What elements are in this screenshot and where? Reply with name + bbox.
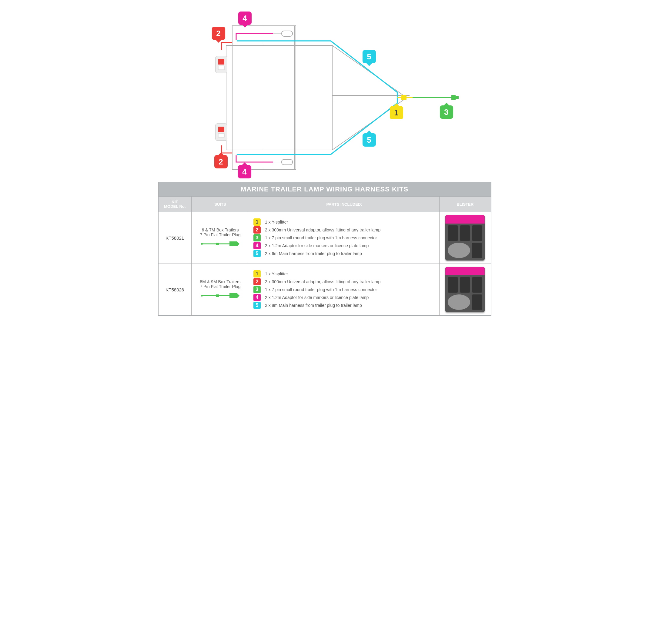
suits-cell: 8M & 9M Box Trailers7 Pin Flat Trailer P…	[191, 264, 249, 316]
part-text: 1 x Y-splitter	[265, 220, 288, 225]
blister-cell	[439, 212, 491, 264]
suits-cell: 6 & 7M Box Trailers7 Pin Flat Trailer Pl…	[191, 212, 249, 264]
part-text: 1 x 7 pin small round trailer plug with …	[265, 287, 377, 292]
part-text: 1 x Y-splitter	[265, 271, 288, 276]
table-row: KT580268M & 9M Box Trailers7 Pin Flat Tr…	[158, 264, 491, 316]
blister-pack-image	[445, 215, 485, 261]
svg-rect-1	[226, 45, 332, 150]
svg-point-28	[201, 295, 203, 296]
part-line: 22 x 300mm Universal adaptor, allows fit…	[253, 278, 435, 285]
part-text: 2 x 1.2m Adaptor for side markers or lic…	[265, 243, 369, 248]
callout-2-top: 2	[212, 27, 225, 40]
table-title: MARINE TRAILER LAMP WIRING HARNESS KITS	[158, 182, 491, 197]
svg-rect-13	[401, 95, 406, 100]
part-line: 52 x 6m Main harness from trailer plug t…	[253, 250, 435, 257]
plug-icon	[201, 292, 240, 299]
part-text: 1 x 7 pin small round trailer plug with …	[265, 235, 377, 240]
part-text: 2 x 1.2m Adaptor for side markers or lic…	[265, 295, 369, 300]
svg-marker-26	[229, 241, 240, 246]
part-badge: 4	[253, 294, 261, 301]
callout-2-bottom: 2	[214, 155, 228, 169]
part-badge: 1	[253, 270, 261, 277]
part-line: 31 x 7 pin small round trailer plug with…	[253, 286, 435, 293]
part-text: 2 x 6m Main harness from trailer plug to…	[265, 251, 362, 256]
callout-1: 1	[390, 106, 403, 119]
parts-cell: 11 x Y-splitter22 x 300mm Universal adap…	[249, 212, 439, 264]
col-blister: BLISTER	[439, 197, 491, 212]
col-parts: PARTS INCLUDED:	[249, 197, 439, 212]
plug-icon	[201, 240, 240, 247]
svg-rect-29	[216, 294, 219, 297]
callout-3: 3	[440, 105, 453, 119]
part-line: 52 x 8m Main harness from trailer plug t…	[253, 302, 435, 309]
callout-5-bottom: 5	[362, 133, 376, 147]
part-line: 42 x 1.2m Adaptor for side markers or li…	[253, 242, 435, 249]
parts-cell: 11 x Y-splitter22 x 300mm Universal adap…	[249, 264, 439, 316]
callout-4-top: 4	[238, 11, 252, 25]
callout-4-bottom: 4	[238, 165, 251, 178]
part-text: 2 x 8m Main harness from trailer plug to…	[265, 303, 362, 308]
suits-line1: 6 & 7M Box Trailers	[196, 228, 245, 232]
model-cell: KT58026	[158, 264, 191, 316]
svg-rect-21	[218, 127, 224, 132]
svg-rect-19	[218, 66, 224, 70]
svg-rect-18	[218, 59, 224, 64]
suits-line2: 7 Pin Flat Trailer Plug	[196, 232, 245, 237]
kit-table: MARINE TRAILER LAMP WIRING HARNESS KITS …	[158, 182, 491, 316]
col-suits: SUITS	[191, 197, 249, 212]
wiring-diagram: 4 2 5 1 3 5 2 4	[173, 6, 476, 176]
svg-marker-30	[229, 293, 240, 298]
part-badge: 1	[253, 218, 261, 226]
callout-5-top: 5	[362, 50, 376, 63]
svg-rect-9	[282, 159, 293, 165]
part-text: 2 x 300mm Universal adaptor, allows fitt…	[265, 228, 380, 232]
part-badge: 3	[253, 286, 261, 293]
svg-rect-8	[282, 31, 293, 36]
suits-line2: 7 Pin Flat Trailer Plug	[196, 284, 245, 289]
part-badge: 2	[253, 278, 261, 285]
blister-cell	[439, 264, 491, 316]
svg-rect-15	[451, 95, 456, 100]
model-cell: KT58021	[158, 212, 191, 264]
part-line: 11 x Y-splitter	[253, 218, 435, 226]
part-badge: 2	[253, 226, 261, 234]
blister-pack-image	[445, 267, 485, 312]
part-badge: 4	[253, 242, 261, 249]
svg-rect-25	[216, 243, 219, 245]
svg-rect-22	[218, 134, 224, 137]
part-line: 31 x 7 pin small round trailer plug with…	[253, 234, 435, 241]
part-badge: 3	[253, 234, 261, 241]
table-row: KT580216 & 7M Box Trailers7 Pin Flat Tra…	[158, 212, 491, 264]
svg-point-24	[201, 243, 203, 245]
part-line: 42 x 1.2m Adaptor for side markers or li…	[253, 294, 435, 301]
part-text: 2 x 300mm Universal adaptor, allows fitt…	[265, 279, 380, 284]
col-model: KIT MODEL No.	[158, 197, 191, 212]
part-badge: 5	[253, 302, 261, 309]
part-badge: 5	[253, 250, 261, 257]
suits-line1: 8M & 9M Box Trailers	[196, 279, 245, 284]
part-line: 22 x 300mm Universal adaptor, allows fit…	[253, 226, 435, 234]
part-line: 11 x Y-splitter	[253, 270, 435, 277]
svg-rect-16	[456, 96, 459, 99]
